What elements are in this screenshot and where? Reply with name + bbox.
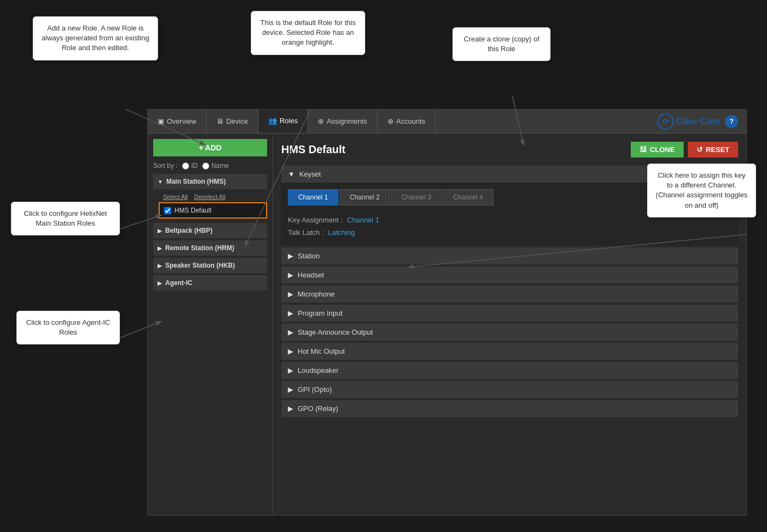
clearcom-logo: ⟳ Clear·Com (657, 113, 720, 130)
logo-text: Clear·Com (676, 117, 720, 126)
reset-icon: ↺ (697, 146, 703, 154)
program-input-header[interactable]: ▶ Program Input (281, 305, 738, 322)
section-microphone: ▶ Microphone (281, 286, 738, 303)
sort-label: Sort by : (153, 162, 178, 170)
stage-announce-header[interactable]: ▶ Stage Announce Output (281, 324, 738, 341)
tab-assignments[interactable]: ⊕ Assignments (308, 110, 377, 133)
talk-latch-row: Talk Latch : Latching (288, 226, 732, 239)
section-program-input: ▶ Program Input (281, 305, 738, 322)
role-group-beltpack: ▶ Beltpack (HBP) (153, 223, 267, 238)
tab-overview[interactable]: ▣ Overview (148, 110, 207, 133)
tab-accounts[interactable]: ⊕ Accounts (378, 110, 436, 133)
role-group-beltpack-header[interactable]: ▶ Beltpack (HBP) (153, 223, 267, 238)
left-panel: + ADD Sort by : ID Name ▼ Main Station (… (148, 134, 273, 515)
hot-mic-header[interactable]: ▶ Hot Mic Output (281, 343, 738, 360)
role-checkbox-hms-default[interactable] (164, 207, 171, 214)
callout-channel-assign: Click here to assign this key to a diffe… (647, 164, 756, 217)
section-gpi: ▶ GPI (Opto) (281, 381, 738, 398)
channel-tab-2[interactable]: Channel 2 (340, 189, 390, 205)
headset-header[interactable]: ▶ Headset (281, 267, 738, 283)
role-group-agent-ic-header[interactable]: ▶ Agent-IC (153, 275, 267, 291)
role-group-remote-station: ▶ Remote Station (HRM) (153, 240, 267, 256)
channel-tab-3[interactable]: Channel 3 (391, 189, 442, 205)
stage-announce-chevron-icon: ▶ (288, 328, 293, 336)
station-header[interactable]: ▶ Station (281, 247, 738, 264)
gpo-chevron-icon: ▶ (288, 404, 293, 413)
gpo-header[interactable]: ▶ GPO (Relay) (281, 400, 738, 417)
role-group-speaker-station: ▶ Speaker Station (HKB) (153, 258, 267, 273)
loudspeaker-chevron-icon: ▶ (288, 366, 293, 374)
role-title: HMS Default (281, 143, 346, 156)
assignments-icon: ⊕ (318, 117, 324, 125)
reset-button[interactable]: ↺ RESET (688, 142, 738, 158)
role-group-main-station: ▼ Main Station (HMS) Select All Deselect… (153, 174, 267, 221)
talk-latch-value[interactable]: Latching (328, 228, 355, 237)
section-station: ▶ Station (281, 247, 738, 264)
loudspeaker-header[interactable]: ▶ Loudspeaker (281, 362, 738, 379)
role-group-speaker-station-header[interactable]: ▶ Speaker Station (HKB) (153, 258, 267, 273)
sort-id-radio[interactable]: ID (182, 162, 198, 170)
device-icon: 🖥 (216, 117, 224, 125)
talk-latch-label: Talk Latch : (288, 228, 324, 237)
chevron-right-icon: ▶ (158, 228, 162, 234)
overview-icon: ▣ (158, 117, 164, 125)
key-assignment-value[interactable]: Channel 1 (347, 216, 379, 224)
gpi-chevron-icon: ▶ (288, 385, 293, 394)
sort-row: Sort by : ID Name (153, 162, 267, 170)
chevron-down-icon: ▼ (158, 179, 163, 185)
chevron-right-icon-2: ▶ (158, 245, 162, 251)
help-button[interactable]: ? (725, 115, 738, 128)
channel-tab-1[interactable]: Channel 1 (288, 189, 339, 205)
channel-tab-4[interactable]: Channel 4 (443, 189, 493, 205)
clone-button[interactable]: 🖫 CLONE (631, 142, 684, 158)
nav-bar: ▣ Overview 🖥 Device 👥 Roles ⊕ Assignment… (148, 110, 746, 134)
keyset-chevron-icon: ▼ (288, 170, 295, 178)
hot-mic-chevron-icon: ▶ (288, 347, 293, 355)
clone-icon: 🖫 (639, 146, 647, 154)
callout-default-role: This is the default Role for this device… (251, 11, 365, 55)
roles-icon: 👥 (268, 117, 277, 125)
role-group-remote-station-header[interactable]: ▶ Remote Station (HRM) (153, 240, 267, 256)
role-group-agent-ic: ▶ Agent-IC (153, 275, 267, 291)
station-chevron-icon: ▶ (288, 252, 293, 260)
header-buttons: 🖫 CLONE ↺ RESET (631, 142, 738, 158)
headset-chevron-icon: ▶ (288, 271, 293, 279)
section-stage-announce: ▶ Stage Announce Output (281, 324, 738, 341)
tab-device[interactable]: 🖥 Device (207, 110, 258, 133)
section-headset: ▶ Headset (281, 267, 738, 283)
callout-clone-role: Create a clone (copy) of this Role (452, 27, 551, 61)
program-input-chevron-icon: ▶ (288, 309, 293, 317)
add-role-button[interactable]: + ADD (153, 139, 267, 156)
callout-configure-hms: Click to configure HelixNet Main Station… (11, 202, 120, 235)
role-group-main-station-header[interactable]: ▼ Main Station (HMS) (153, 174, 267, 189)
tab-roles[interactable]: 👥 Roles (258, 110, 308, 133)
chevron-right-icon-4: ▶ (158, 280, 162, 286)
section-gpo: ▶ GPO (Relay) (281, 400, 738, 417)
microphone-chevron-icon: ▶ (288, 290, 293, 298)
nav-logo: ⟳ Clear·Com ? (649, 110, 746, 133)
sort-name-radio[interactable]: Name (202, 162, 229, 170)
accounts-icon: ⊕ (388, 117, 394, 125)
deselect-all-link[interactable]: Deselect All (194, 194, 225, 200)
chevron-right-icon-3: ▶ (158, 263, 162, 269)
role-item-hms-default[interactable]: HMS Default (159, 202, 267, 219)
select-all-link[interactable]: Select All (163, 194, 188, 200)
role-group-main-station-body: Select All Deselect All HMS Default (153, 189, 267, 221)
callout-add-role: Add a new Role. A new Role is always gen… (33, 16, 158, 61)
callout-configure-agenic: Click to configure Agent-IC Roles (16, 311, 120, 344)
select-row: Select All Deselect All (159, 191, 267, 202)
role-header: HMS Default 🖫 CLONE ↺ RESET (281, 142, 738, 158)
section-hot-mic: ▶ Hot Mic Output (281, 343, 738, 360)
logo-circle-icon: ⟳ (657, 113, 674, 130)
key-assignment-label: Key Assignment : (288, 216, 342, 224)
microphone-header[interactable]: ▶ Microphone (281, 286, 738, 303)
gpi-header[interactable]: ▶ GPI (Opto) (281, 381, 738, 398)
section-loudspeaker: ▶ Loudspeaker (281, 362, 738, 379)
